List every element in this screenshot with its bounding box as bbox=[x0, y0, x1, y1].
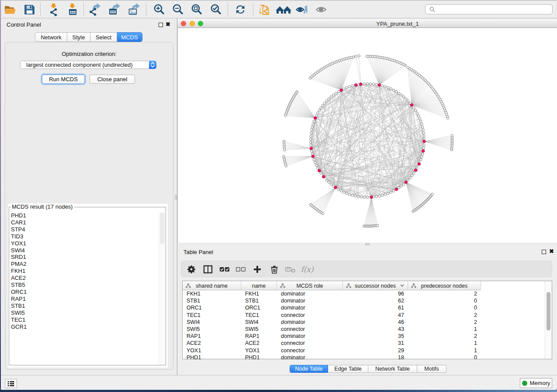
result-node-item[interactable]: SWI5 bbox=[11, 309, 158, 316]
cell-successor-nodes: 43 bbox=[343, 326, 408, 332]
memory-label: Memory bbox=[530, 380, 550, 386]
tab-select[interactable]: Select bbox=[90, 32, 117, 42]
float-window-icon[interactable] bbox=[159, 23, 163, 27]
close-panel-icon[interactable]: ✖ bbox=[549, 249, 554, 254]
network-window-titlebar[interactable]: YPA_prune.txt_1 bbox=[177, 19, 557, 28]
result-node-item[interactable]: STB5 bbox=[11, 282, 158, 289]
result-node-item[interactable]: PMA2 bbox=[11, 261, 158, 268]
result-scrollbar[interactable] bbox=[159, 212, 165, 365]
delete-column-icon[interactable] bbox=[267, 262, 281, 276]
hide-panel-icon[interactable] bbox=[295, 2, 310, 17]
column-header-shared-name[interactable]: shared name bbox=[183, 281, 241, 290]
zoom-selected-icon[interactable] bbox=[208, 2, 223, 17]
export-network-icon[interactable] bbox=[88, 2, 103, 17]
divider-handle[interactable] bbox=[175, 195, 177, 199]
table-panel-title: Table Panel bbox=[183, 249, 213, 255]
table-row[interactable]: FKH1FKH1dominator962 bbox=[183, 290, 545, 297]
deselect-all-icon[interactable] bbox=[234, 262, 248, 276]
result-node-item[interactable]: TID3 bbox=[11, 233, 158, 240]
cell-shared-name: RAP1 bbox=[183, 333, 241, 339]
task-history-button[interactable] bbox=[5, 379, 17, 388]
divider-handle[interactable] bbox=[365, 243, 370, 245]
horizontal-split-divider[interactable] bbox=[177, 243, 557, 246]
table-row[interactable]: SWI4SWI4dominator462 bbox=[183, 319, 545, 326]
column-type-icon bbox=[346, 283, 351, 288]
tab-mcds[interactable]: MCDS bbox=[117, 32, 142, 42]
import-table-icon[interactable] bbox=[65, 2, 80, 17]
window-left-edge bbox=[0, 0, 1, 390]
mcds-result-list[interactable]: PHD1CAR1STP4TID3YOX1SWI4SRD1PMA2FKH1ACE2… bbox=[11, 212, 158, 330]
control-panel-title: Control Panel bbox=[7, 21, 41, 28]
result-node-item[interactable]: TEC1 bbox=[11, 316, 158, 323]
export-image-icon[interactable] bbox=[127, 2, 142, 17]
refresh-icon[interactable] bbox=[233, 2, 248, 17]
mcds-tab-content: Optimization criterion: largest connecte… bbox=[5, 42, 173, 370]
tab-network[interactable]: Network bbox=[35, 32, 67, 42]
memory-button[interactable]: Memory bbox=[520, 378, 552, 388]
add-column-icon[interactable] bbox=[250, 262, 264, 276]
export-table-icon[interactable] bbox=[107, 2, 122, 17]
result-scrollbar-thumb[interactable] bbox=[160, 213, 165, 244]
table-row[interactable]: STB1STB1dominator620 bbox=[183, 297, 545, 304]
column-header-successor-nodes[interactable]: successor nodes bbox=[343, 281, 408, 290]
result-node-item[interactable]: SWI4 bbox=[11, 247, 158, 254]
close-panel-icon[interactable]: ✖ bbox=[166, 22, 170, 27]
cell-predecessor-nodes: 0 bbox=[408, 305, 481, 311]
memory-status-icon bbox=[522, 381, 527, 386]
cell-successor-nodes: 61 bbox=[343, 305, 408, 311]
table-row[interactable]: YOX1YOX1connector291 bbox=[183, 347, 545, 354]
run-mcds-button[interactable]: Run MCDS bbox=[42, 75, 85, 84]
table-scrollbar[interactable] bbox=[545, 281, 552, 359]
network-canvas[interactable] bbox=[177, 28, 557, 243]
result-node-item[interactable]: STP4 bbox=[11, 226, 158, 233]
birdseye-icon[interactable] bbox=[276, 2, 291, 17]
float-window-icon[interactable] bbox=[542, 250, 546, 254]
result-node-item[interactable]: ORC1 bbox=[11, 289, 158, 296]
search-input[interactable] bbox=[435, 5, 552, 14]
result-node-item[interactable]: FKH1 bbox=[11, 268, 158, 275]
search-box bbox=[425, 4, 553, 14]
import-network-icon[interactable] bbox=[46, 2, 61, 17]
result-node-item[interactable]: RAP1 bbox=[11, 296, 158, 303]
zoom-out-icon[interactable] bbox=[170, 2, 185, 17]
gear-icon[interactable] bbox=[184, 262, 198, 276]
open-icon[interactable] bbox=[2, 2, 17, 17]
result-node-item[interactable]: CAR1 bbox=[11, 219, 158, 226]
select-stepper-icon bbox=[149, 61, 156, 69]
column-header-label: predecessor nodes bbox=[421, 283, 467, 289]
mcds-result-box: MCDS result (17 nodes) PHD1CAR1STP4TID3Y… bbox=[8, 204, 168, 368]
result-node-item[interactable]: GCR1 bbox=[11, 323, 158, 330]
clone-network-icon[interactable] bbox=[257, 2, 272, 17]
zoom-in-icon[interactable] bbox=[152, 2, 166, 17]
result-node-item[interactable]: YOX1 bbox=[11, 240, 158, 247]
column-header-name[interactable]: name bbox=[241, 281, 277, 290]
table-row[interactable]: PHD1PHD1dominator180 bbox=[183, 354, 545, 359]
split-columns-icon[interactable] bbox=[201, 262, 215, 276]
result-node-item[interactable]: STB1 bbox=[11, 303, 158, 309]
table-row[interactable]: RAP1RAP1dominator352 bbox=[183, 333, 545, 340]
zoom-fit-icon[interactable] bbox=[189, 2, 204, 17]
table-row[interactable]: TEC1TEC1connector472 bbox=[183, 312, 545, 319]
table-row[interactable]: SWI5SWI5connector431 bbox=[183, 326, 545, 333]
column-header-MCDS-role[interactable]: MCDS role bbox=[277, 281, 343, 290]
table-header-row: shared namename MCDS role successor node… bbox=[183, 281, 481, 290]
table-row[interactable]: ACE2ACE2connector311 bbox=[183, 340, 545, 347]
tab-node-table[interactable]: Node Table bbox=[290, 365, 328, 373]
optimization-criterion-label: Optimization criterion: bbox=[5, 51, 173, 57]
close-panel-button[interactable]: Close panel bbox=[90, 75, 135, 84]
result-node-item[interactable]: PHD1 bbox=[11, 212, 158, 219]
column-header-predecessor-nodes[interactable]: predecessor nodes bbox=[408, 281, 481, 290]
cell-successor-nodes: 47 bbox=[343, 312, 408, 318]
tab-motifs[interactable]: Motifs bbox=[417, 365, 446, 373]
tab-network-table[interactable]: Network Table bbox=[368, 365, 417, 373]
table-scrollbar-thumb[interactable] bbox=[547, 292, 550, 330]
show-panel-icon[interactable] bbox=[315, 2, 329, 17]
tab-style[interactable]: Style bbox=[67, 32, 90, 42]
select-all-icon[interactable] bbox=[218, 262, 232, 276]
result-node-item[interactable]: ACE2 bbox=[11, 275, 158, 282]
tab-edge-table[interactable]: Edge Table bbox=[328, 365, 368, 373]
optimization-criterion-select[interactable]: largest connected component (undirected) bbox=[20, 61, 156, 69]
result-node-item[interactable]: SRD1 bbox=[11, 254, 158, 261]
save-icon[interactable] bbox=[22, 2, 37, 17]
table-row[interactable]: ORC1ORC1dominator610 bbox=[183, 304, 545, 311]
